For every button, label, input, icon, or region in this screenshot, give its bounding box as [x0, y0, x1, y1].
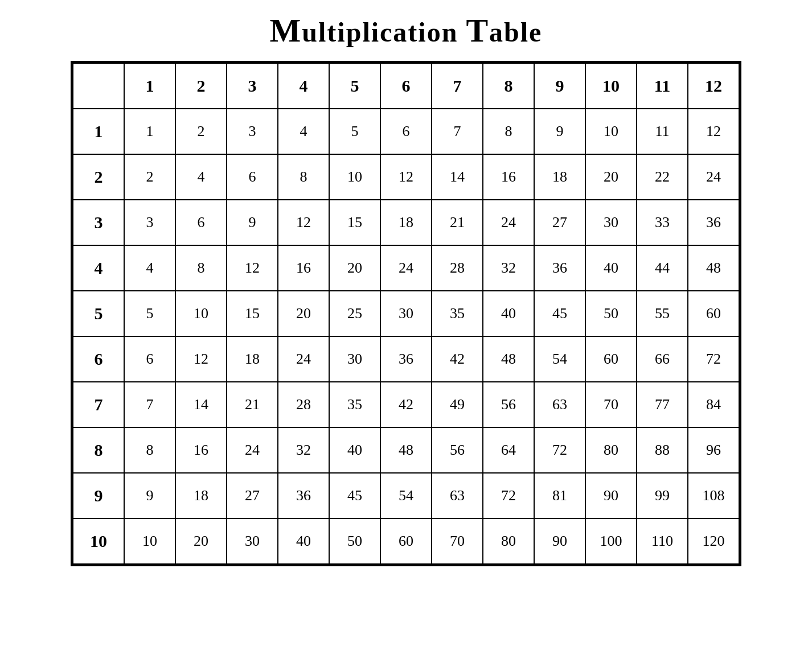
table-cell: 6: [227, 154, 278, 200]
row-header: 3: [73, 200, 124, 245]
row-header: 9: [73, 473, 124, 518]
column-header: 3: [227, 63, 278, 109]
table-row: 661218243036424854606672: [73, 336, 739, 382]
table-cell: 20: [329, 245, 380, 291]
table-cell: 12: [278, 200, 329, 245]
table-cell: 66: [637, 336, 688, 382]
table-cell: 63: [432, 473, 483, 518]
corner-cell: [73, 63, 124, 109]
table-cell: 108: [688, 473, 739, 518]
table-cell: 32: [483, 245, 534, 291]
table-cell: 6: [175, 200, 227, 245]
table-cell: 2: [124, 154, 175, 200]
table-cell: 24: [688, 154, 739, 200]
table-cell: 24: [227, 427, 278, 473]
column-header: 1: [124, 63, 175, 109]
table-cell: 11: [637, 109, 688, 154]
table-row: 9918273645546372819099108: [73, 473, 739, 518]
column-header: 5: [329, 63, 380, 109]
table-cell: 40: [278, 518, 329, 564]
table-row: 3369121518212427303336: [73, 200, 739, 245]
table-cell: 8: [278, 154, 329, 200]
table-cell: 120: [688, 518, 739, 564]
table-cell: 18: [227, 336, 278, 382]
table-cell: 36: [534, 245, 585, 291]
table-cell: 30: [227, 518, 278, 564]
table-row: 551015202530354045505560: [73, 291, 739, 336]
table-cell: 63: [534, 382, 585, 427]
table-cell: 5: [329, 109, 380, 154]
table-cell: 80: [483, 518, 534, 564]
table-cell: 4: [278, 109, 329, 154]
table-cell: 40: [585, 245, 637, 291]
table-cell: 24: [483, 200, 534, 245]
table-cell: 60: [380, 518, 432, 564]
table-cell: 55: [637, 291, 688, 336]
table-row: 1123456789101112: [73, 109, 739, 154]
table-cell: 15: [227, 291, 278, 336]
row-header: 4: [73, 245, 124, 291]
table-cell: 10: [124, 518, 175, 564]
table-cell: 32: [278, 427, 329, 473]
table-cell: 24: [380, 245, 432, 291]
table-cell: 20: [175, 518, 227, 564]
table-cell: 14: [175, 382, 227, 427]
table-cell: 3: [227, 109, 278, 154]
table-cell: 10: [585, 109, 637, 154]
table-cell: 50: [329, 518, 380, 564]
table-cell: 21: [227, 382, 278, 427]
table-cell: 27: [534, 200, 585, 245]
table-cell: 96: [688, 427, 739, 473]
table-cell: 54: [380, 473, 432, 518]
table-cell: 5: [124, 291, 175, 336]
table-cell: 45: [329, 473, 380, 518]
table-cell: 18: [380, 200, 432, 245]
table-cell: 48: [688, 245, 739, 291]
table-cell: 36: [688, 200, 739, 245]
table-cell: 80: [585, 427, 637, 473]
table-cell: 14: [432, 154, 483, 200]
row-header: 5: [73, 291, 124, 336]
table-cell: 56: [432, 427, 483, 473]
page-title: Multiplication Table: [270, 11, 543, 50]
table-cell: 25: [329, 291, 380, 336]
table-cell: 12: [227, 245, 278, 291]
table-cell: 100: [585, 518, 637, 564]
table-cell: 40: [329, 427, 380, 473]
table-cell: 4: [124, 245, 175, 291]
column-header: 2: [175, 63, 227, 109]
row-header: 2: [73, 154, 124, 200]
table-row: 224681012141618202224: [73, 154, 739, 200]
column-header: 7: [432, 63, 483, 109]
table-cell: 48: [483, 336, 534, 382]
row-header: 10: [73, 518, 124, 564]
table-cell: 72: [688, 336, 739, 382]
table-cell: 18: [534, 154, 585, 200]
row-header: 8: [73, 427, 124, 473]
column-header: 8: [483, 63, 534, 109]
table-cell: 9: [534, 109, 585, 154]
table-cell: 110: [637, 518, 688, 564]
table-cell: 60: [688, 291, 739, 336]
table-row: 10102030405060708090100110120: [73, 518, 739, 564]
table-cell: 40: [483, 291, 534, 336]
table-cell: 9: [124, 473, 175, 518]
table-row: 881624324048566472808896: [73, 427, 739, 473]
table-cell: 64: [483, 427, 534, 473]
column-header: 4: [278, 63, 329, 109]
table-cell: 16: [278, 245, 329, 291]
table-cell: 22: [637, 154, 688, 200]
table-cell: 35: [432, 291, 483, 336]
table-cell: 48: [380, 427, 432, 473]
column-header: 10: [585, 63, 637, 109]
table-cell: 56: [483, 382, 534, 427]
column-header: 11: [637, 63, 688, 109]
table-cell: 9: [227, 200, 278, 245]
row-header: 7: [73, 382, 124, 427]
table-cell: 99: [637, 473, 688, 518]
table-cell: 21: [432, 200, 483, 245]
table-cell: 8: [124, 427, 175, 473]
table-cell: 27: [227, 473, 278, 518]
table-cell: 16: [483, 154, 534, 200]
table-cell: 33: [637, 200, 688, 245]
